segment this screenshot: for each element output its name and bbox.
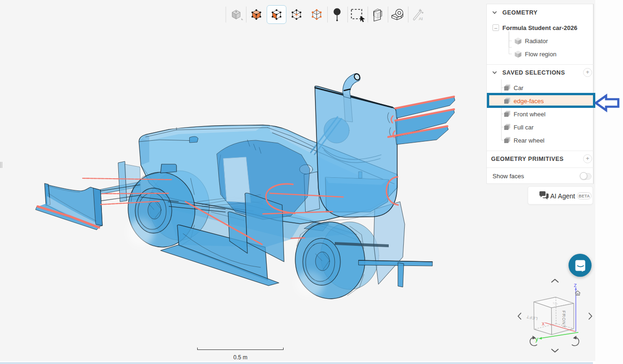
- svg-text:x: x: [542, 320, 545, 327]
- svg-text:y: y: [535, 335, 538, 342]
- svg-text:FRONT: FRONT: [561, 311, 567, 328]
- svg-text:z: z: [574, 281, 577, 288]
